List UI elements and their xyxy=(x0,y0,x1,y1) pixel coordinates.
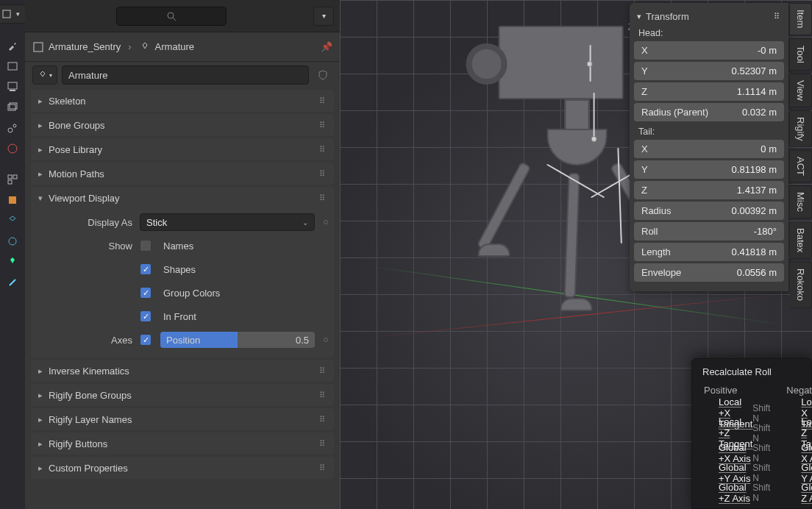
breadcrumb-data[interactable]: Armature xyxy=(139,41,194,53)
head-z-field[interactable]: Z1.1114 m xyxy=(634,82,784,101)
tab-item[interactable]: Item xyxy=(790,3,812,35)
panel-bone-groups[interactable]: ▸Bone Groups⠿ xyxy=(31,114,334,136)
envelope-field[interactable]: Envelope0.0556 m xyxy=(634,263,784,282)
chevron-down-icon: ▾ xyxy=(38,193,43,203)
svg-point-7 xyxy=(13,124,16,127)
axes-position-slider[interactable]: Position 0.5 xyxy=(160,332,315,348)
display-as-dropdown[interactable]: Stick⌄ xyxy=(140,213,315,231)
armature-data-icon[interactable] xyxy=(4,253,21,271)
grip-icon[interactable]: ⠿ xyxy=(319,366,327,376)
length-field[interactable]: Length0.41818 m xyxy=(634,243,784,261)
svg-line-15 xyxy=(173,18,176,21)
bone-icon[interactable] xyxy=(4,274,21,291)
svg-point-13 xyxy=(9,238,16,245)
panel-motion-paths[interactable]: ▸Motion Paths⠿ xyxy=(31,163,334,185)
slider-label: Position xyxy=(166,335,200,346)
mi-global-px-axis[interactable]: Global +X AxisShift N xyxy=(702,443,774,463)
panel-inverse-kinematics[interactable]: ▸Inverse Kinematics⠿ xyxy=(31,360,334,382)
viewlayer-icon[interactable] xyxy=(4,99,21,116)
axes-checkbox[interactable] xyxy=(140,334,152,346)
grip-icon[interactable]: ⠿ xyxy=(319,415,327,424)
breadcrumb-data-label: Armature xyxy=(155,41,194,52)
mi-global-nx-axis[interactable]: Global -X AxisShift N xyxy=(785,443,812,463)
mi-global-py-axis[interactable]: Global +Y AxisShift N xyxy=(702,463,774,483)
panel-rigify-layer-names[interactable]: ▸Rigify Layer Names⠿ xyxy=(31,408,334,430)
tab-rokoko[interactable]: Rokoko xyxy=(790,262,812,307)
panel-pose-library[interactable]: ▸Pose Library⠿ xyxy=(31,138,334,160)
object-icon[interactable] xyxy=(4,191,21,209)
breadcrumb-object[interactable]: Armature_Sentry xyxy=(32,41,121,53)
options-dropdown[interactable]: ▾ xyxy=(313,7,334,26)
mi-local-nz-tangent[interactable]: Local -Z TangentShift N xyxy=(785,423,812,443)
tab-act[interactable]: ACT xyxy=(790,150,812,182)
chevron-right-icon: ▸ xyxy=(38,415,43,424)
tool-options-icon[interactable] xyxy=(4,37,21,54)
panel-label: Rigify Bone Groups xyxy=(49,390,132,401)
chevron-right-icon: ▸ xyxy=(38,145,43,154)
mi-local-pz-tangent[interactable]: Local +Z TangentShift N xyxy=(702,423,774,443)
show-label: Show xyxy=(37,241,140,252)
3d-viewport[interactable]: Z ▾Transform⠿ Head: X-0 m Y0.52307 m Z1.… xyxy=(340,0,812,509)
panel-skeleton[interactable]: ▸Skeleton⠿ xyxy=(31,90,334,112)
world-icon[interactable] xyxy=(4,140,21,157)
panel-rigify-bone-groups[interactable]: ▸Rigify Bone Groups⠿ xyxy=(31,384,334,406)
armature-name-field[interactable]: Armature xyxy=(62,65,309,85)
tab-batex[interactable]: Batex xyxy=(790,221,812,259)
mi-global-nz-axis[interactable]: Global -Z AxisShift N xyxy=(785,483,812,502)
grip-icon[interactable]: ⠿ xyxy=(774,12,781,21)
grip-icon[interactable]: ⠿ xyxy=(319,169,327,179)
col-positive: Positive xyxy=(702,385,774,396)
render-icon[interactable] xyxy=(4,57,21,75)
grip-icon[interactable]: ⠿ xyxy=(319,193,327,203)
panel-label: Rigify Layer Names xyxy=(49,414,132,425)
modifier-icon[interactable] xyxy=(4,212,21,229)
svg-rect-11 xyxy=(8,180,12,184)
tail-x-field[interactable]: X0 m xyxy=(634,140,784,158)
head-x-field[interactable]: X-0 m xyxy=(634,41,784,60)
grip-icon[interactable]: ⠿ xyxy=(319,121,327,130)
grip-icon[interactable]: ⠿ xyxy=(319,439,327,449)
col-negative: Negative xyxy=(785,385,812,396)
anim-dot[interactable] xyxy=(324,338,328,342)
scene-icon[interactable] xyxy=(4,119,21,137)
tail-z-field[interactable]: Z1.4137 m xyxy=(634,181,784,199)
svg-rect-12 xyxy=(9,196,16,204)
panel-rigify-buttons[interactable]: ▸Rigify Buttons⠿ xyxy=(31,433,334,455)
anim-dot[interactable] xyxy=(324,220,328,224)
panel-custom-properties[interactable]: ▸Custom Properties⠿ xyxy=(31,457,334,479)
datablock-browse[interactable]: ▾ xyxy=(32,65,57,85)
axes-label: Axes xyxy=(37,335,140,346)
mi-global-pz-axis[interactable]: Global +Z AxisShift N xyxy=(702,483,774,502)
grip-icon[interactable]: ⠿ xyxy=(319,391,327,400)
roll-field[interactable]: Roll-180° xyxy=(634,222,784,241)
tab-view[interactable]: View xyxy=(790,74,812,107)
grip-icon[interactable]: ⠿ xyxy=(319,463,327,473)
shapes-checkbox[interactable] xyxy=(140,263,152,275)
transform-header[interactable]: ▾Transform⠿ xyxy=(634,7,784,25)
physics-icon[interactable] xyxy=(4,232,21,250)
tab-misc[interactable]: Misc xyxy=(790,185,812,218)
tab-rigify[interactable]: Rigify xyxy=(790,110,812,148)
in-front-label: In Front xyxy=(163,311,196,322)
head-label: Head: xyxy=(634,25,784,41)
mi-global-ny-axis[interactable]: Global -Y AxisShift N xyxy=(785,463,812,483)
radius-parent-field[interactable]: Radius (Parent)0.032 m xyxy=(634,103,784,121)
group-colors-checkbox[interactable] xyxy=(140,287,152,299)
fake-user-icon[interactable] xyxy=(313,65,332,85)
panel-viewport-display[interactable]: ▾Viewport Display⠿ xyxy=(31,187,334,209)
in-front-checkbox[interactable] xyxy=(140,310,152,322)
collection-icon[interactable] xyxy=(4,171,21,188)
grip-icon[interactable]: ⠿ xyxy=(319,96,327,106)
head-y-field[interactable]: Y0.52307 m xyxy=(634,62,784,80)
tail-y-field[interactable]: Y0.81198 m xyxy=(634,160,784,179)
svg-rect-1 xyxy=(8,63,17,70)
group-colors-label: Group Colors xyxy=(163,288,220,299)
tab-tool[interactable]: Tool xyxy=(790,38,812,71)
grip-icon[interactable]: ⠿ xyxy=(319,145,327,154)
names-checkbox[interactable] xyxy=(140,240,152,252)
pin-icon[interactable]: 📌 xyxy=(321,41,332,52)
output-icon[interactable] xyxy=(4,78,21,96)
search-input[interactable] xyxy=(116,7,227,26)
shapes-label: Shapes xyxy=(163,264,196,275)
radius-field[interactable]: Radius0.00392 m xyxy=(634,202,784,220)
